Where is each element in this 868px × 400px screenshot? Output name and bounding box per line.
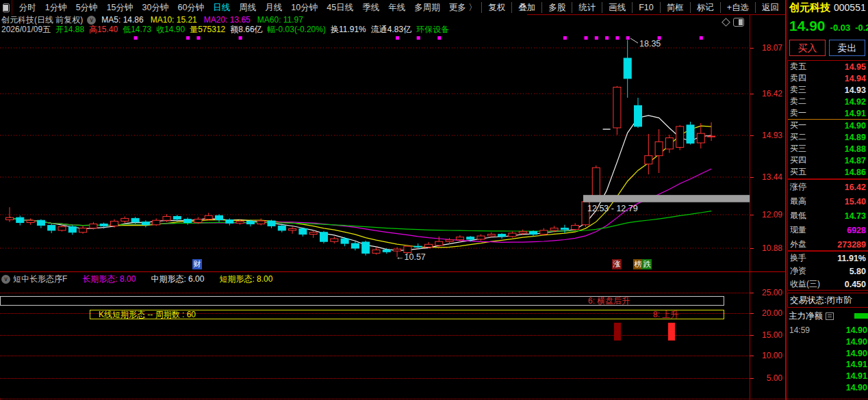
order-level-label: 卖二 xyxy=(790,96,806,107)
stat-row: 外盘273289 xyxy=(788,237,868,252)
plot-right-border xyxy=(750,15,750,400)
candle-body xyxy=(613,87,621,127)
main-flow-row[interactable]: 主力净额 xyxy=(789,310,868,321)
tool-button-F10[interactable]: F10 xyxy=(632,2,660,13)
order-book-row[interactable]: 卖二14.92 xyxy=(788,96,868,107)
stat-label: 涨停 xyxy=(790,181,806,193)
tool-button-多股[interactable]: 多股 xyxy=(541,2,572,13)
period-item-1分钟[interactable]: 1分钟 xyxy=(40,2,71,14)
order-book-row[interactable]: 买二14.89 xyxy=(788,131,868,143)
tool-button-统计[interactable]: 统计 xyxy=(572,2,602,13)
bottom-gridline xyxy=(0,399,868,399)
stat-value: 273289 xyxy=(837,240,866,250)
order-book-row[interactable]: 卖一14.91 xyxy=(788,107,868,119)
main-flow-label: 主力净额 xyxy=(789,310,823,322)
window-split-icon[interactable] xyxy=(3,3,10,12)
period-item-周线[interactable]: 周线 xyxy=(235,2,261,14)
stock-code: 000551 xyxy=(834,2,866,13)
period-item-季线[interactable]: 季线 xyxy=(358,2,384,14)
event-marker-涨[interactable]: 涨 xyxy=(612,259,622,269)
candle-body xyxy=(372,250,380,253)
period-item-45日线[interactable]: 45日线 xyxy=(322,2,358,14)
candle-body xyxy=(309,232,317,235)
chart-area[interactable]: 创元科技(日线 前复权) ∨ MA5: 14.86MA10: 15.21MA20… xyxy=(0,15,785,400)
stat-label: 收益(三) xyxy=(790,278,820,290)
day-info-value: 收14.90 xyxy=(156,25,185,34)
candle-body xyxy=(121,218,129,221)
period-item-分时[interactable]: 分时 xyxy=(14,2,40,14)
tick-row: 14.90 xyxy=(789,382,867,393)
candle-body xyxy=(341,239,348,243)
order-book-row[interactable]: 卖四14.94 xyxy=(788,72,868,84)
y-axis-tick xyxy=(750,135,754,136)
candle-body xyxy=(446,240,453,241)
tool-button-叠加[interactable]: 叠加 xyxy=(511,2,541,13)
period-item-多周期[interactable]: 多周期 xyxy=(410,2,445,14)
event-marker-跌[interactable]: 跌 xyxy=(642,259,652,269)
y-axis-label: 14.93 xyxy=(751,131,782,140)
candle-body xyxy=(519,232,526,233)
day-info-value: 幅-0.03(-0.20%) xyxy=(268,25,326,34)
chevron-down-icon[interactable]: ∨ xyxy=(87,16,96,25)
order-book-row[interactable]: 买四14.87 xyxy=(788,155,868,166)
candle-body xyxy=(487,235,495,236)
period-item-5分钟[interactable]: 5分钟 xyxy=(71,2,102,14)
sell-button[interactable]: 卖出 xyxy=(829,40,865,56)
day-info-value: 低14.73 xyxy=(123,25,151,34)
tool-button-简框[interactable]: 简框 xyxy=(660,2,690,13)
signal-dot xyxy=(196,36,200,40)
period-item-日线[interactable]: 日线 xyxy=(209,2,235,14)
event-marker-财[interactable]: 财 xyxy=(192,259,202,269)
order-book-row[interactable]: 买五14.86 xyxy=(788,166,868,178)
indicator-gridline xyxy=(0,356,750,356)
period-item-月线[interactable]: 月线 xyxy=(261,2,287,14)
period-item-年线[interactable]: 年线 xyxy=(384,2,410,14)
tick-row: 14.90 xyxy=(789,348,867,359)
diamond-icon[interactable] xyxy=(722,18,730,27)
tool-button-画线[interactable]: 画线 xyxy=(602,2,632,13)
period-item-30分钟[interactable]: 30分钟 xyxy=(138,2,173,14)
candle-body xyxy=(498,235,506,237)
candle-body xyxy=(624,58,631,79)
tool-button-返回[interactable]: 返回 xyxy=(755,2,785,13)
tool-button-标记[interactable]: 标记 xyxy=(690,2,720,13)
candle-body xyxy=(205,215,212,219)
stat-label: 换手 xyxy=(790,252,806,264)
candle-body xyxy=(592,168,600,196)
period-item-10分钟[interactable]: 10分钟 xyxy=(287,2,322,14)
order-level-label: 买四 xyxy=(790,155,806,166)
order-book-row[interactable]: 卖三14.93 xyxy=(788,84,868,96)
y-axis-label: 13.44 xyxy=(751,172,782,182)
period-item-60分钟[interactable]: 60分钟 xyxy=(173,2,209,14)
tick-row: 14.90 xyxy=(789,336,867,347)
period-item-更多 〉[interactable]: 更多 〉 xyxy=(444,2,481,14)
day-info-value: 换11.91% xyxy=(331,25,366,34)
candle-body xyxy=(16,217,24,222)
candle-body xyxy=(456,237,463,240)
document-icon[interactable] xyxy=(826,312,834,320)
period-item-15分钟[interactable]: 15分钟 xyxy=(102,2,138,14)
resistance-band xyxy=(583,195,750,202)
indicator-axis-label: 5.00 xyxy=(751,373,782,383)
tool-button-+自选[interactable]: +自选 xyxy=(720,2,755,13)
candle-body xyxy=(58,227,66,230)
chart-header-line1: 创元科技(日线 前复权) ∨ MA5: 14.86MA10: 15.21MA20… xyxy=(1,16,310,25)
chart-corner-icons xyxy=(723,18,744,27)
price-change-pct: -0.2 xyxy=(855,23,868,33)
main-chart-svg[interactable]: 12.53 - 12.7918.35←10.57 xyxy=(0,34,785,271)
stat-label: 最低 xyxy=(790,210,806,222)
tool-button-复权[interactable]: 复权 xyxy=(481,2,511,13)
order-level-label: 买一 xyxy=(790,120,806,131)
order-book-row[interactable]: 买三14.88 xyxy=(788,143,868,155)
buy-button[interactable]: 买入 xyxy=(789,40,826,56)
layout-icon[interactable] xyxy=(733,18,744,27)
indicator-axis-tick xyxy=(750,313,754,314)
order-book-row[interactable]: 卖五14.95 xyxy=(788,61,868,72)
day-info-value: 流通4.83亿 xyxy=(371,25,411,34)
order-book-row[interactable]: 买一14.90 xyxy=(788,119,868,131)
stock-identity: 创元科技 000551 xyxy=(789,1,866,14)
candle-body xyxy=(184,219,192,223)
chevron-down-icon[interactable]: ∨ xyxy=(1,275,10,284)
pattern-label: 8: 上升 xyxy=(653,310,678,319)
event-marker-榜[interactable]: 榜 xyxy=(633,259,643,269)
